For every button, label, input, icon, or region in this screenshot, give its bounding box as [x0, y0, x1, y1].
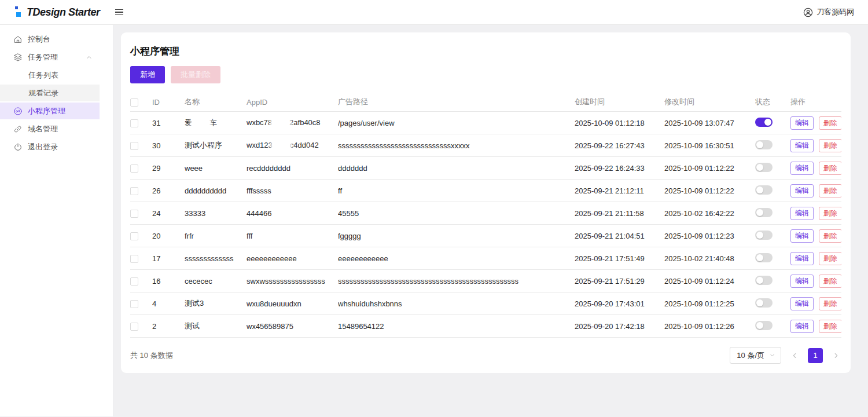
cell-name: 测试 [185, 321, 247, 331]
status-toggle[interactable] [755, 321, 773, 330]
sidebar-item-dashboard[interactable]: 控制台 [0, 31, 100, 47]
edit-button[interactable]: 编辑 [790, 252, 814, 265]
status-toggle[interactable] [755, 231, 773, 240]
row-checkbox[interactable] [130, 323, 138, 331]
delete-button[interactable]: 删除 [819, 162, 841, 175]
table-row: 2 测试 wx456589875 15489654122 2025-09-20 … [130, 315, 841, 338]
sidebar-item-watch-records[interactable]: 观看记录 [0, 85, 100, 101]
page-size-select[interactable]: 10 条/页 [730, 347, 781, 364]
sidebar-item-label: 任务列表 [28, 70, 93, 81]
delete-button[interactable]: 删除 [819, 207, 841, 220]
status-toggle[interactable] [755, 163, 773, 172]
status-toggle[interactable] [755, 253, 773, 262]
prev-page-button[interactable] [789, 350, 800, 361]
row-checkbox[interactable] [130, 142, 138, 150]
delete-button[interactable]: 删除 [819, 252, 841, 265]
cell-created-time: 2025-09-21 17:51:49 [575, 254, 664, 263]
cell-created-time: 2025-09-21 17:51:29 [575, 277, 664, 286]
pagination: 共 10 条数据 10 条/页 1 [130, 347, 841, 364]
edit-button[interactable]: 编辑 [790, 184, 814, 197]
cell-id: 4 [152, 299, 185, 308]
cell-id: 30 [152, 141, 185, 150]
delete-button[interactable]: 删除 [819, 116, 841, 130]
cell-created-time: 2025-10-09 01:12:18 [575, 119, 664, 127]
edit-button[interactable]: 编辑 [790, 162, 814, 175]
status-toggle[interactable] [755, 298, 773, 308]
delete-button[interactable]: 删除 [819, 229, 841, 243]
cell-name: frfr [185, 232, 247, 240]
row-checkbox[interactable] [130, 300, 138, 308]
table-body: 31 爱车 wxbc782afb40c8 /pages/user/view 20… [130, 112, 841, 338]
delete-button[interactable]: 删除 [819, 139, 841, 152]
menu-collapse-icon[interactable] [113, 7, 126, 18]
chevron-right-icon [832, 352, 840, 360]
miniprogram-icon [13, 107, 23, 116]
delete-button[interactable]: 删除 [819, 297, 841, 310]
cell-id: 16 [152, 277, 185, 286]
cell-id: 20 [152, 232, 185, 240]
sidebar-item-task-management[interactable]: 任务管理 [0, 49, 100, 65]
add-button[interactable]: 新增 [130, 66, 165, 83]
row-checkbox[interactable] [130, 119, 138, 127]
edit-button[interactable]: 编辑 [790, 297, 814, 310]
edit-button[interactable]: 编辑 [790, 207, 814, 220]
delete-button[interactable]: 删除 [819, 184, 841, 197]
cell-ad-path: ddddddd [338, 164, 575, 173]
select-all-checkbox[interactable] [130, 98, 138, 107]
user-menu[interactable]: 刀客源码网 [803, 7, 854, 17]
status-toggle[interactable] [755, 185, 773, 195]
row-checkbox[interactable] [130, 210, 138, 218]
chevron-down-icon [769, 352, 775, 359]
table-row: 20 frfr fff fggggg 2025-09-21 21:04:51 2… [130, 225, 841, 247]
logo-text: TDesign Starter [27, 6, 100, 19]
cell-id: 24 [152, 209, 185, 218]
sidebar-item-domain-management[interactable]: 域名管理 [0, 120, 100, 137]
cell-id: 31 [152, 119, 185, 127]
total-count-text: 共 10 条数据 [130, 350, 173, 361]
cell-created-time: 2025-09-21 21:04:51 [575, 232, 664, 240]
sidebar-item-logout[interactable]: 退出登录 [0, 138, 100, 155]
cell-appid: eeeeeeeeeeee [247, 254, 338, 263]
batch-delete-button[interactable]: 批量删除 [171, 66, 220, 83]
table-row: 4 测试3 wxu8dueuuudxn whshuiduhshxbnns 202… [130, 292, 841, 315]
cell-ad-path: 45555 [338, 209, 575, 218]
cell-name: 爱车 [185, 118, 247, 128]
tdesign-logo-icon [13, 6, 21, 19]
cell-name: sssssssssssss [185, 254, 247, 263]
sidebar-item-miniprogram-management[interactable]: 小程序管理 [0, 103, 100, 119]
status-toggle[interactable] [755, 140, 773, 149]
sidebar-item-label: 域名管理 [28, 124, 93, 134]
edit-button[interactable]: 编辑 [790, 320, 814, 333]
status-toggle[interactable] [755, 276, 773, 285]
page-size-value: 10 条/页 [737, 350, 764, 361]
edit-button[interactable]: 编辑 [790, 275, 814, 288]
status-toggle[interactable] [755, 208, 773, 217]
row-checkbox[interactable] [130, 277, 138, 286]
sidebar-item-task-list[interactable]: 任务列表 [0, 67, 100, 83]
table-row: 31 爱车 wxbc782afb40c8 /pages/user/view 20… [130, 112, 841, 134]
page-number-button[interactable]: 1 [808, 348, 823, 363]
cell-appid: recdddddddd [247, 164, 338, 173]
column-header-appid: AppID [247, 98, 338, 107]
cell-name: weee [185, 164, 247, 173]
edit-button[interactable]: 编辑 [790, 229, 814, 243]
delete-button[interactable]: 删除 [819, 320, 841, 333]
cell-modified-time: 2025-10-02 21:40:48 [664, 254, 755, 263]
next-page-button[interactable] [831, 350, 841, 361]
sidebar: 控制台 任务管理 任务列表 观看记录 小程序管理 [0, 25, 113, 416]
row-checkbox[interactable] [130, 232, 138, 240]
row-checkbox[interactable] [130, 164, 138, 173]
row-checkbox[interactable] [130, 255, 138, 263]
censored-blur [273, 142, 290, 149]
column-header-created: 创建时间 [575, 97, 664, 107]
layers-icon [13, 53, 23, 62]
column-header-id: ID [152, 98, 185, 107]
edit-button[interactable]: 编辑 [790, 116, 814, 130]
edit-button[interactable]: 编辑 [790, 139, 814, 152]
column-header-name: 名称 [185, 97, 247, 107]
cell-created-time: 2025-09-20 17:43:01 [575, 299, 664, 308]
delete-button[interactable]: 删除 [819, 275, 841, 288]
status-toggle[interactable] [755, 118, 773, 127]
chevron-up-icon [86, 54, 93, 61]
row-checkbox[interactable] [130, 187, 138, 195]
